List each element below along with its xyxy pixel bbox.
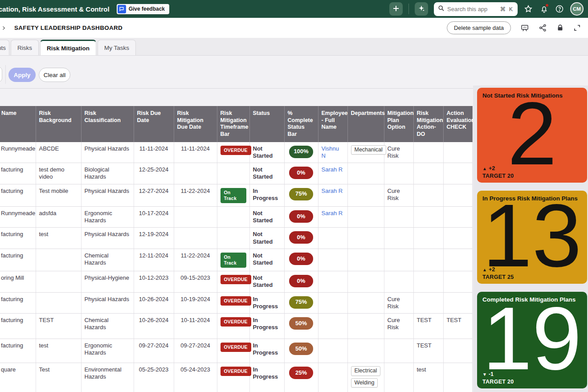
- cell-risk-classification: Physical Hazards: [81, 228, 134, 249]
- cell-risk-background: TEST: [36, 314, 81, 339]
- cell-risk-due-date: 11-11-2024: [134, 142, 174, 163]
- cell-status: In Progress: [249, 339, 284, 363]
- table-row: facturingTESTChemical Hazards10-26-20241…: [0, 314, 472, 339]
- cell-mitigation-due-date: 09-27-2024: [174, 339, 217, 363]
- cell-status: Not Started: [249, 142, 284, 163]
- kpi-card[interactable]: Not Started Risk Mitigations2▲+2TARGET 2…: [477, 88, 587, 183]
- cell-risk-classification: Ergonomic Hazards: [81, 206, 134, 228]
- cell-name: facturing: [0, 314, 36, 339]
- lock-icon[interactable]: [556, 24, 564, 32]
- page-title: SAFETY LEADERSHIP DASHBOARD: [14, 24, 122, 31]
- risk-mitigation-table: NameRisk BackgroundRisk ClassificationRi…: [0, 106, 472, 392]
- cell-name: facturing: [0, 163, 36, 184]
- cell-mitigation-plan: Cure Risk: [384, 184, 413, 206]
- cell-percent-complete: 0%: [284, 271, 318, 293]
- tab-nts[interactable]: nts: [0, 40, 9, 55]
- filter-input-partial[interactable]: [0, 67, 2, 82]
- timeframe-badge: OVERDUE: [220, 296, 251, 306]
- cell-percent-complete: 0%: [284, 163, 318, 184]
- cell-departments: [347, 271, 384, 293]
- tab-my-tasks[interactable]: My Tasks: [98, 40, 136, 55]
- notification-dot: [545, 4, 549, 7]
- cell-action-evaluation: [443, 228, 472, 249]
- search-input[interactable]: [447, 6, 498, 12]
- employee-link[interactable]: Vishnu N: [322, 145, 339, 159]
- give-feedback-button[interactable]: Give feedback: [117, 4, 169, 14]
- percent-pill: 50%: [289, 343, 313, 355]
- cell-risk-due-date: 10-26-2024: [134, 314, 174, 339]
- chat-icon: [118, 5, 126, 13]
- cell-risk-background: test: [36, 228, 81, 249]
- percent-pill: 75%: [289, 188, 313, 200]
- cell-risk-background: test: [36, 339, 81, 363]
- cell-name: Runnymeade: [0, 142, 36, 163]
- dashboard-header: SAFETY LEADERSHIP DASHBOARD Delete sampl…: [0, 18, 588, 38]
- tab-risks[interactable]: Risks: [11, 40, 39, 55]
- department-tag-line: Welding: [351, 378, 381, 388]
- percent-pill: 0%: [289, 210, 313, 223]
- cell-departments: [347, 249, 384, 271]
- cell-name: facturing: [0, 339, 36, 363]
- delete-sample-data-button[interactable]: Delete sample data: [447, 21, 511, 34]
- search-box[interactable]: ⌘ K: [434, 2, 518, 16]
- avatar[interactable]: CM: [570, 2, 584, 16]
- expand-icon[interactable]: [573, 24, 581, 32]
- plus-icon: [392, 5, 400, 13]
- topbar-actions: ⌘ K CM: [389, 2, 584, 16]
- kpi-delta: ▲+2: [482, 165, 495, 172]
- kpi-card[interactable]: Completed Risk Mitigation Plans19▼-1TARG…: [477, 292, 587, 388]
- employee-link[interactable]: Sarah R: [322, 188, 343, 194]
- timeframe-badge: OVERDUE: [220, 317, 251, 327]
- triangle-up-icon: ▲: [482, 267, 487, 272]
- table-row: facturingtestPhysical Hazards12-19-2024N…: [0, 228, 472, 249]
- cell-risk-due-date: 10-17-2024: [134, 206, 174, 228]
- star-icon[interactable]: [523, 4, 533, 14]
- department-tag-line: Electrical: [351, 366, 381, 376]
- share-icon[interactable]: [539, 24, 547, 32]
- clear-all-button[interactable]: Clear all: [39, 68, 70, 82]
- employee-link[interactable]: Sarah R: [322, 210, 343, 216]
- cell-mitigation-plan: [384, 339, 413, 363]
- cell-status: In Progress: [249, 314, 284, 339]
- presentation-icon[interactable]: [520, 24, 529, 33]
- kpi-target: TARGET 25: [482, 274, 514, 280]
- ai-assistant-button[interactable]: [415, 2, 428, 16]
- cell-timeframe: OVERDUE: [217, 142, 249, 163]
- cell-risk-classification: Chemical Hazards: [81, 314, 134, 339]
- tab-risk-mitigation[interactable]: Risk Mitigation: [40, 40, 96, 55]
- cell-risk-background: Test: [36, 363, 81, 392]
- cell-timeframe: OVERDUE: [217, 271, 249, 293]
- column-header: Employee - Full Name: [318, 106, 347, 142]
- cell-departments: [347, 314, 384, 339]
- cell-risk-background: adsfda: [36, 206, 81, 228]
- notifications-bell-icon[interactable]: [539, 4, 549, 14]
- cell-risk-due-date: 12-11-2024: [134, 249, 174, 271]
- cell-employee: [318, 339, 347, 363]
- cell-employee: [318, 363, 347, 392]
- cell-action-evaluation: [443, 206, 472, 228]
- percent-pill: 25%: [289, 367, 313, 379]
- column-header: Name: [0, 106, 36, 142]
- table-row: facturingChemical Hazards12-11-202411-22…: [0, 249, 472, 271]
- kpi-value: 19: [482, 294, 581, 383]
- kpi-card[interactable]: In Progress Risk Mitigation Plans13▲+2TA…: [477, 191, 587, 284]
- timeframe-badge: On Track: [220, 188, 246, 203]
- cell-percent-complete: 25%: [284, 363, 318, 392]
- column-header: Risk Background: [36, 106, 81, 142]
- cell-risk-classification: Chemical Hazards: [81, 249, 134, 271]
- percent-pill: 0%: [289, 253, 313, 265]
- cell-percent-complete: 0%: [284, 228, 318, 249]
- kpi-value: 2: [507, 89, 557, 178]
- apply-button[interactable]: Apply: [8, 68, 36, 82]
- cell-mitigation-plan: [384, 363, 413, 392]
- add-button[interactable]: [389, 2, 403, 16]
- percent-pill: 100%: [289, 146, 313, 158]
- employee-link[interactable]: Sarah R: [322, 166, 343, 173]
- table-row: quareTestEnvironmental Hazards05-25-2023…: [0, 363, 472, 392]
- top-app-bar: cation, Risk Assessment & Control Give f…: [0, 0, 588, 18]
- cell-risk-due-date: 09-27-2024: [134, 339, 174, 363]
- help-icon[interactable]: [555, 4, 564, 14]
- kpi-delta-value: +2: [489, 165, 495, 172]
- cell-risk-background: ABCDE: [36, 142, 81, 163]
- cell-status: Not Started: [249, 228, 284, 249]
